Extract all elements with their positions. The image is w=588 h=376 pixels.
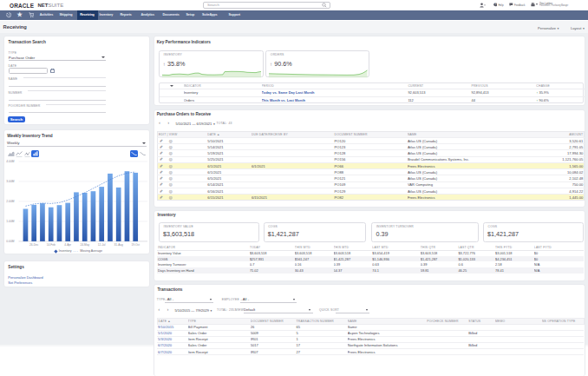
svg-text:14-Feb: 14-Feb [47, 242, 56, 246]
svg-text:26-Dec: 26-Dec [29, 242, 39, 246]
svg-text:?: ? [494, 3, 496, 6]
svg-text:0.00M: 0.00M [6, 240, 14, 243]
svg-text:1.00M: 1.00M [6, 220, 14, 223]
svg-text:4-Apr: 4-Apr [64, 242, 72, 246]
svg-text:3.00M: 3.00M [6, 180, 14, 183]
svg-text:19-Oct: 19-Oct [131, 242, 140, 246]
svg-text:4.00M: 4.00M [6, 160, 14, 163]
svg-text:24-May: 24-May [80, 242, 89, 246]
svg-text:2.00M: 2.00M [6, 200, 14, 203]
svg-text:12-Jul: 12-Jul [98, 242, 106, 246]
svg-text:31-Aug: 31-Aug [114, 242, 124, 246]
